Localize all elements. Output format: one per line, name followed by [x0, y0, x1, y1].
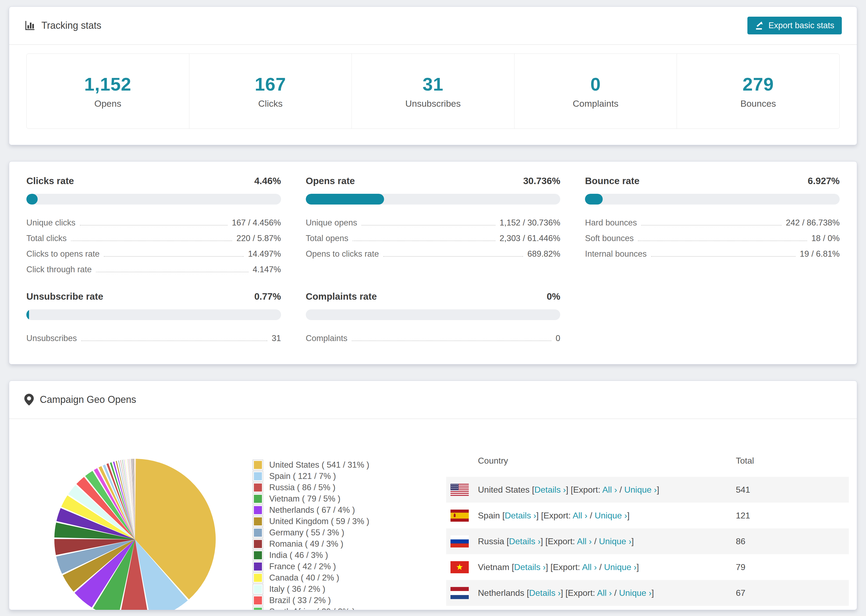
details-link[interactable]: Details › [505, 511, 536, 520]
rate-progress-bar [585, 194, 840, 204]
legend-label: South Africa ( 29 / 2% ) [269, 607, 355, 610]
legend-label: United Kingdom ( 59 / 3% ) [269, 517, 369, 526]
column-header-total: Total [736, 456, 849, 466]
legend-label: Vietnam ( 79 / 5% ) [269, 494, 340, 504]
legend-item-canada: Canada ( 40 / 2% ) [252, 572, 369, 583]
dotted-leader [638, 240, 807, 241]
summary-stat-opens: 1,152Opens [27, 54, 189, 129]
geo-table-row-united-kingdom: United Kingdom [Details ›] [Export: All … [446, 606, 849, 610]
geo-table-row-vietnam: Vietnam [Details ›] [Export: All › / Uni… [446, 554, 849, 580]
country-name: Russia [478, 536, 504, 546]
page: Tracking stats Export basic stats 1,152O… [0, 0, 866, 610]
dotted-leader [104, 256, 244, 257]
legend-item-italy: Italy ( 36 / 2% ) [252, 583, 369, 595]
details-link[interactable]: Details › [509, 536, 540, 546]
legend-swatch [252, 561, 263, 572]
stat-label: Unsubscribes [405, 98, 461, 109]
rate-title: Unsubscribe rate [26, 291, 103, 302]
rate-value: 4.46% [254, 176, 281, 186]
legend-item-germany: Germany ( 55 / 3% ) [252, 527, 369, 538]
total-value: 541 [736, 485, 849, 495]
geo-table-header: Country Total [446, 445, 849, 477]
legend-swatch [252, 482, 263, 493]
legend-label: India ( 46 / 3% ) [269, 550, 328, 560]
geo-table: Country Total United States [Details ›] … [446, 445, 849, 610]
export-prefix: Export: [568, 588, 595, 598]
legend-swatch [252, 539, 263, 549]
export-unique-link[interactable]: Unique › [604, 562, 636, 572]
export-all-link[interactable]: All › [597, 588, 612, 598]
export-prefix: Export: [573, 485, 600, 495]
rate-title: Clicks rate [26, 176, 74, 186]
stat-value: 279 [743, 74, 774, 94]
legend-swatch [252, 595, 263, 606]
column-header-country: Country [446, 456, 736, 466]
stat-value: 0 [590, 74, 601, 94]
campaign-geo-opens-panel: Campaign Geo Opens United States ( 541 /… [9, 380, 857, 610]
total-value: 67 [736, 588, 849, 598]
dotted-leader [352, 341, 551, 341]
export-unique-link[interactable]: Unique › [624, 485, 657, 495]
export-basic-stats-button[interactable]: Export basic stats [747, 17, 842, 35]
details-link[interactable]: Details › [514, 562, 546, 572]
stat-label: Complaints [573, 98, 619, 109]
rate-detail-row: Total clicks220 / 5.87% [26, 229, 281, 245]
rate-detail-row: Hard bounces242 / 86.738% [585, 214, 840, 229]
rate-detail-row: Unsubscribes31 [26, 329, 281, 345]
rates-grid: Clicks rate4.46%Unique clicks167 / 4.456… [26, 176, 840, 345]
rate-card-opens-rate: Opens rate30.736%Unique opens1,152 / 30.… [306, 176, 561, 276]
export-all-link[interactable]: All › [582, 562, 597, 572]
rate-detail-row: Unique clicks167 / 4.456% [26, 214, 281, 229]
legend-item-russia: Russia ( 86 / 5% ) [252, 482, 369, 493]
geo-table-row-spain: Spain [Details ›] [Export: All › / Uniqu… [446, 503, 849, 528]
country-name: Spain [478, 511, 500, 520]
export-unique-link[interactable]: Unique › [619, 588, 652, 598]
stat-value: 167 [255, 74, 286, 94]
details-link[interactable]: Details › [534, 485, 566, 495]
legend-item-brazil: Brazil ( 33 / 2% ) [252, 595, 369, 606]
legend-swatch [252, 584, 263, 594]
dotted-leader [361, 225, 495, 225]
legend-label: Germany ( 55 / 3% ) [269, 528, 344, 537]
geo-table-row-united-states: United States [Details ›] [Export: All ›… [446, 477, 849, 503]
rate-progress-bar [26, 194, 281, 204]
geo-pie-chart[interactable] [52, 456, 218, 610]
rate-progress-fill [306, 194, 384, 204]
rate-progress-fill [585, 194, 603, 204]
legend-label: United States ( 541 / 31% ) [269, 460, 369, 470]
legend-item-india: India ( 46 / 3% ) [252, 550, 369, 561]
export-unique-link[interactable]: Unique › [595, 511, 627, 520]
summary-stat-complaints: 0Complaints [514, 54, 677, 129]
export-all-link[interactable]: All › [577, 536, 592, 546]
es-flag-icon [450, 509, 469, 522]
stat-label: Opens [94, 98, 121, 109]
export-icon [755, 21, 764, 30]
rate-card-bounce-rate: Bounce rate6.927%Hard bounces242 / 86.73… [585, 176, 840, 276]
details-link[interactable]: Details › [529, 588, 561, 598]
export-all-link[interactable]: All › [602, 485, 617, 495]
summary-stat-clicks: 167Clicks [189, 54, 352, 129]
legend-item-south-africa: South Africa ( 29 / 2% ) [252, 606, 369, 610]
rate-value: 6.927% [808, 176, 840, 186]
legend-swatch [252, 550, 263, 561]
total-value: 79 [736, 562, 849, 572]
dotted-leader [96, 272, 249, 272]
export-unique-link[interactable]: Unique › [599, 536, 631, 546]
rate-title: Bounce rate [585, 176, 639, 186]
rates-panel: Clicks rate4.46%Unique clicks167 / 4.456… [9, 161, 857, 365]
legend-label: France ( 42 / 2% ) [269, 562, 336, 571]
export-prefix: Export: [543, 511, 571, 520]
legend-item-vietnam: Vietnam ( 79 / 5% ) [252, 493, 369, 504]
rate-detail-row: Opens to clicks rate689.82% [306, 245, 561, 261]
legend-swatch [252, 505, 263, 515]
stat-value: 1,152 [84, 74, 131, 94]
legend-label: Brazil ( 33 / 2% ) [269, 596, 331, 605]
rate-detail-row: Internal bounces19 / 6.81% [585, 245, 840, 261]
ru-flag-icon [450, 535, 469, 547]
legend-label: Russia ( 86 / 5% ) [269, 483, 335, 492]
panel-title: Tracking stats [41, 20, 101, 31]
panel-title: Campaign Geo Opens [40, 394, 136, 405]
rate-progress-bar [306, 194, 561, 204]
export-all-link[interactable]: All › [573, 511, 587, 520]
us-flag-icon [450, 484, 469, 496]
